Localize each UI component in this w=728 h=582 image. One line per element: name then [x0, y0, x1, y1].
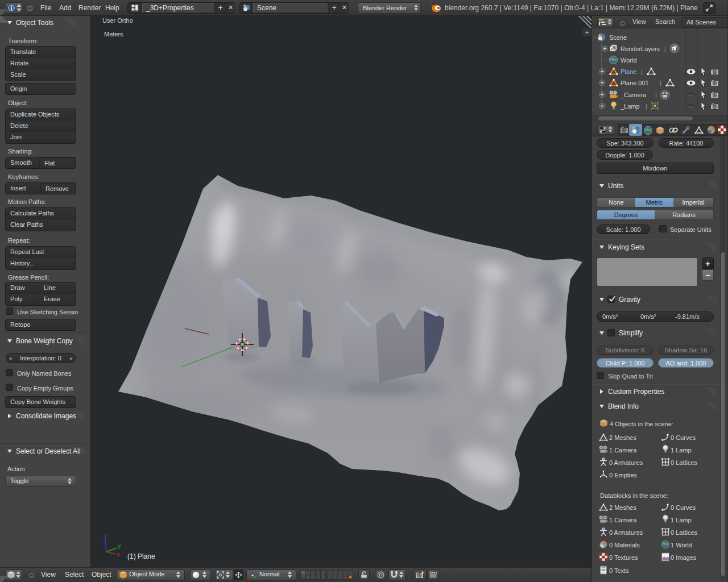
svg-text:z: z — [104, 531, 107, 538]
svg-text:y: y — [118, 542, 121, 549]
svg-text:x: x — [117, 551, 120, 558]
